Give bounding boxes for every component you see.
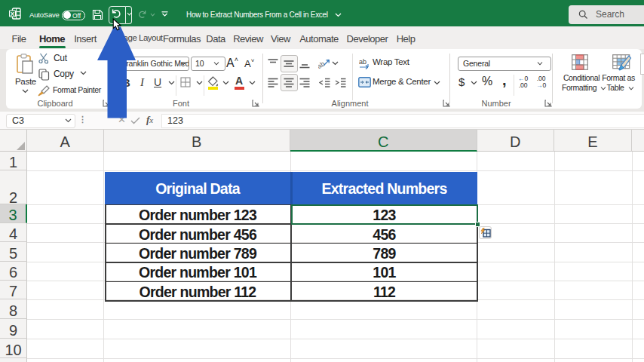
svg-text:X: X bbox=[11, 11, 15, 17]
svg-text:ab: ab bbox=[359, 58, 366, 66]
